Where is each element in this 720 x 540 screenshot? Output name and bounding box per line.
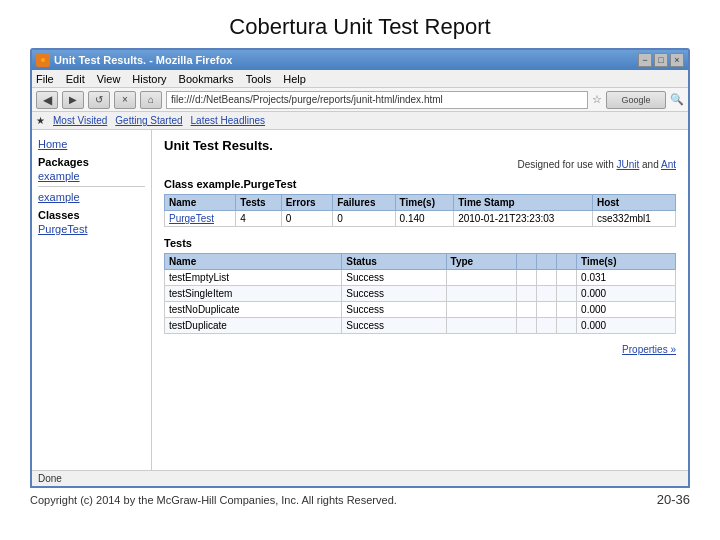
timestamp-value: 2010-01-21T23:23:03 bbox=[454, 211, 593, 227]
class-table: Name Tests Errors Failures Time(s) Time … bbox=[164, 194, 676, 227]
menu-history[interactable]: History bbox=[132, 73, 166, 85]
col-name: Name bbox=[165, 195, 236, 211]
sidebar-example-link2[interactable]: example bbox=[38, 191, 145, 203]
col-host: Host bbox=[592, 195, 675, 211]
menu-help[interactable]: Help bbox=[283, 73, 306, 85]
browser-window: Unit Test Results. - Mozilla Firefox − □… bbox=[30, 48, 690, 488]
test-time-1: 0.031 bbox=[577, 270, 676, 286]
t2-col-status: Status bbox=[342, 254, 446, 270]
table-row: PurgeTest 4 0 0 0.140 2010-01-21T23:23:0… bbox=[165, 211, 676, 227]
errors-count: 0 bbox=[281, 211, 332, 227]
failures-count: 0 bbox=[333, 211, 395, 227]
table-row: testEmptyList Success 0.031 bbox=[165, 270, 676, 286]
bookmark-getting-started[interactable]: Getting Started bbox=[115, 115, 182, 126]
sidebar-purgetest-link[interactable]: PurgeTest bbox=[38, 223, 145, 235]
menu-tools[interactable]: Tools bbox=[246, 73, 272, 85]
address-bar[interactable]: file:///d:/NetBeans/Projects/purge/repor… bbox=[166, 91, 588, 109]
page-footer: Copyright (c) 2014 by the McGraw-Hill Co… bbox=[0, 488, 720, 507]
junit-link[interactable]: JUnit bbox=[616, 159, 639, 170]
address-text: file:///d:/NetBeans/Projects/purge/repor… bbox=[171, 94, 443, 105]
col-failures: Failures bbox=[333, 195, 395, 211]
star-icon[interactable]: ☆ bbox=[592, 93, 602, 106]
test-time-2: 0.000 bbox=[577, 286, 676, 302]
sidebar-divider bbox=[38, 186, 145, 187]
test-name-4: testDuplicate bbox=[165, 318, 342, 334]
search-icon[interactable]: 🔍 bbox=[670, 93, 684, 106]
svg-point-1 bbox=[41, 58, 45, 62]
col-errors: Errors bbox=[281, 195, 332, 211]
test-status-3: Success bbox=[342, 302, 446, 318]
menu-bookmarks[interactable]: Bookmarks bbox=[179, 73, 234, 85]
col-time: Time(s) bbox=[395, 195, 454, 211]
report-title: Unit Test Results. bbox=[164, 138, 676, 153]
report-content: Unit Test Results. Designed for use with… bbox=[152, 130, 688, 470]
browser-title: Unit Test Results. - Mozilla Firefox bbox=[54, 54, 232, 66]
title-bar: Unit Test Results. - Mozilla Firefox − □… bbox=[32, 50, 688, 70]
bookmarks-bar: ★ Most Visited Getting Started Latest He… bbox=[32, 112, 688, 130]
ant-link[interactable]: Ant bbox=[661, 159, 676, 170]
t2-col-name: Name bbox=[165, 254, 342, 270]
bookmarks-star: ★ bbox=[36, 115, 45, 126]
title-bar-left: Unit Test Results. - Mozilla Firefox bbox=[36, 53, 232, 67]
test-time-4: 0.000 bbox=[577, 318, 676, 334]
firefox-icon bbox=[36, 53, 50, 67]
reload-button[interactable]: ↺ bbox=[88, 91, 110, 109]
test-time-3: 0.000 bbox=[577, 302, 676, 318]
t2-col-type: Type bbox=[446, 254, 516, 270]
test-name-2: testSingleItem bbox=[165, 286, 342, 302]
t2-col-time: Time(s) bbox=[577, 254, 676, 270]
sidebar-home-link[interactable]: Home bbox=[38, 138, 145, 150]
tests-count: 4 bbox=[236, 211, 281, 227]
test-status-1: Success bbox=[342, 270, 446, 286]
page-title: Cobertura Unit Test Report bbox=[0, 0, 720, 48]
sidebar-packages-label: Packages bbox=[38, 156, 145, 168]
bookmark-latest-headlines[interactable]: Latest Headlines bbox=[191, 115, 266, 126]
t2-col-empty1 bbox=[516, 254, 536, 270]
purgetest-link[interactable]: PurgeTest bbox=[169, 213, 214, 224]
close-button[interactable]: × bbox=[670, 53, 684, 67]
minimize-button[interactable]: − bbox=[638, 53, 652, 67]
home-button[interactable]: ⌂ bbox=[140, 91, 162, 109]
table-row: testNoDuplicate Success 0.000 bbox=[165, 302, 676, 318]
tests-table: Name Status Type Time(s) testEmptyList S… bbox=[164, 253, 676, 334]
window-controls: − □ × bbox=[638, 53, 684, 67]
host-value: cse332mbl1 bbox=[592, 211, 675, 227]
t2-col-empty2 bbox=[536, 254, 556, 270]
bookmark-most-visited[interactable]: Most Visited bbox=[53, 115, 107, 126]
navigation-bar: ◀ ▶ ↺ × ⌂ file:///d:/NetBeans/Projects/p… bbox=[32, 88, 688, 112]
time-value: 0.140 bbox=[395, 211, 454, 227]
main-content: Home Packages example example Classes Pu… bbox=[32, 130, 688, 470]
menu-bar: File Edit View History Bookmarks Tools H… bbox=[32, 70, 688, 88]
google-search[interactable]: Google bbox=[606, 91, 666, 109]
table-row: testSingleItem Success 0.000 bbox=[165, 286, 676, 302]
tests-label: Tests bbox=[164, 237, 676, 249]
designed-for: Designed for use with JUnit and Ant bbox=[164, 159, 676, 170]
sidebar: Home Packages example example Classes Pu… bbox=[32, 130, 152, 470]
class-header: Class example.PurgeTest bbox=[164, 178, 676, 190]
menu-view[interactable]: View bbox=[97, 73, 121, 85]
test-type-1 bbox=[446, 270, 516, 286]
menu-edit[interactable]: Edit bbox=[66, 73, 85, 85]
stop-button[interactable]: × bbox=[114, 91, 136, 109]
test-status-4: Success bbox=[342, 318, 446, 334]
table-row: testDuplicate Success 0.000 bbox=[165, 318, 676, 334]
sidebar-classes-label: Classes bbox=[38, 209, 145, 221]
test-name-1: testEmptyList bbox=[165, 270, 342, 286]
status-text: Done bbox=[38, 473, 62, 484]
footer-copyright: Copyright (c) 2014 by the McGraw-Hill Co… bbox=[30, 494, 397, 506]
page-number: 20-36 bbox=[657, 492, 690, 507]
back-button[interactable]: ◀ bbox=[36, 91, 58, 109]
col-timestamp: Time Stamp bbox=[454, 195, 593, 211]
test-status-2: Success bbox=[342, 286, 446, 302]
forward-button[interactable]: ▶ bbox=[62, 91, 84, 109]
test-name-3: testNoDuplicate bbox=[165, 302, 342, 318]
maximize-button[interactable]: □ bbox=[654, 53, 668, 67]
menu-file[interactable]: File bbox=[36, 73, 54, 85]
properties-link[interactable]: Properties » bbox=[164, 344, 676, 355]
col-tests: Tests bbox=[236, 195, 281, 211]
sidebar-example-link[interactable]: example bbox=[38, 170, 145, 182]
t2-col-empty3 bbox=[557, 254, 577, 270]
status-bar: Done bbox=[32, 470, 688, 486]
